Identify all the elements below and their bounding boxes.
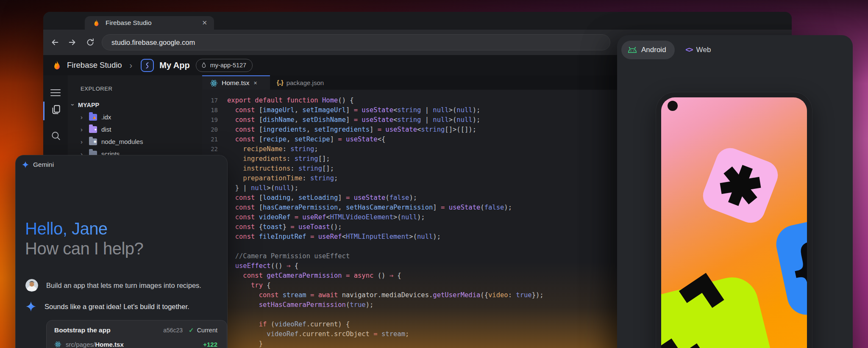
android-toggle-button[interactable]: Android: [621, 41, 675, 59]
firebase-favicon-icon: [92, 19, 100, 27]
tab-close-icon[interactable]: ×: [253, 80, 257, 86]
reload-icon[interactable]: [86, 38, 95, 47]
tree-item-node-modules[interactable]: › ✱ node_modules: [81, 135, 143, 148]
avatar-photo: [25, 279, 38, 292]
tab-package-json[interactable]: {..} package.json: [270, 75, 344, 90]
commit-hash: a56c23: [163, 327, 183, 334]
gemini-panel: Gemini Hello, Jane How can I help? Build…: [15, 155, 228, 348]
tree-root-myapp[interactable]: › MYAPP: [72, 99, 99, 111]
url-text: studio.firebase.google.com: [111, 39, 195, 47]
curly-brace-icon: {: [780, 232, 807, 304]
tree-root-label: MYAPP: [78, 102, 99, 108]
react-icon: [210, 79, 218, 87]
gemini-title: Gemini: [33, 161, 54, 168]
user-message-text: Build an app that lets me turn images in…: [46, 282, 201, 290]
browser-tab-close-icon[interactable]: ✕: [202, 19, 207, 27]
water-drop-icon: [200, 62, 207, 69]
gemini-message-text: Sounds like a great idea! Let's build it…: [45, 303, 189, 311]
workspace-pill[interactable]: my-app-5127: [196, 59, 253, 72]
check-icon: ✓: [189, 326, 194, 334]
back-icon[interactable]: [50, 38, 59, 47]
tree-item-label: node_modules: [101, 138, 143, 145]
stage: Firebase Studio ✕ studio.firebase.google…: [0, 0, 868, 348]
android-toggle-label: Android: [641, 46, 666, 54]
file-path: src/pages/Home.tsx: [66, 341, 124, 348]
tab-label: package.json: [287, 79, 324, 86]
tree-item-idx[interactable]: › ▲ .idx: [81, 111, 111, 123]
gemini-message: Sounds like a great idea! Let's build it…: [25, 301, 189, 312]
tree-item-label: dist: [101, 126, 111, 133]
chevron-down-icon: ›: [72, 101, 78, 108]
status-badge: Current: [197, 327, 217, 334]
tab-home-tsx[interactable]: Home.tsx ×: [202, 75, 270, 90]
web-toggle-label: Web: [696, 46, 711, 54]
file-name: Home.tsx: [95, 341, 124, 348]
changed-file-row[interactable]: src/pages/Home.tsx +122: [54, 341, 217, 348]
user-avatar: [25, 279, 38, 292]
android-robot-icon: [627, 47, 637, 53]
gemini-greeting: Hello, Jane How can I help?: [25, 219, 143, 259]
lime-brackets-card: [661, 272, 785, 348]
product-name[interactable]: Firebase Studio: [67, 61, 122, 70]
browser-titlebar: Firebase Studio ✕: [43, 12, 792, 30]
tree-item-label: .idx: [101, 113, 111, 121]
menu-icon[interactable]: [50, 87, 61, 98]
diff-added-count: +122: [203, 341, 217, 348]
firebase-logo-icon: [52, 60, 62, 71]
bootstrap-card-header: Bootstrap the app a56c23 ✓ Current: [54, 326, 217, 334]
forward-icon[interactable]: [68, 38, 77, 47]
breadcrumb: ›: [130, 61, 133, 70]
tab-label: Home.tsx: [222, 79, 249, 87]
active-view-indicator: [43, 102, 45, 120]
search-icon[interactable]: [50, 130, 61, 141]
gemini-spark-icon: [25, 301, 36, 312]
url-bar[interactable]: studio.firebase.google.com: [102, 34, 610, 50]
gemini-spark-icon: [22, 161, 29, 168]
workspace-id: my-app-5127: [210, 62, 246, 69]
user-message: Build an app that lets me turn images in…: [25, 279, 201, 292]
corner-brackets-icon: [661, 262, 754, 348]
greeting-name: Hello, Jane: [25, 219, 143, 239]
explorer-title: EXPLORER: [81, 86, 113, 92]
code-brackets-icon: <>: [686, 46, 693, 54]
app-name[interactable]: My App: [159, 61, 189, 70]
chevron-right-icon: ›: [81, 113, 86, 121]
dist-folder-icon: ●: [89, 126, 97, 133]
idx-folder-icon: ▲: [89, 114, 97, 121]
greeting-question: How can I help?: [25, 239, 143, 259]
spark-s-icon: [144, 62, 151, 69]
preview-panel: Android <> Web {: [617, 35, 853, 348]
explorer-files-icon[interactable]: [50, 104, 61, 115]
react-icon: [54, 341, 61, 348]
pink-asterisk-card: [699, 144, 782, 227]
bootstrap-card[interactable]: Bootstrap the app a56c23 ✓ Current src/p…: [46, 320, 227, 348]
node-modules-folder-icon: ✱: [89, 138, 97, 145]
tree-item-dist[interactable]: › ● dist: [81, 123, 111, 135]
web-toggle-button[interactable]: <> Web: [686, 46, 711, 54]
json-braces-icon: {..}: [277, 79, 283, 86]
camera-punch-hole: [668, 101, 678, 111]
bootstrap-title: Bootstrap the app: [54, 326, 163, 334]
preview-target-toggle: Android <> Web: [621, 41, 711, 59]
blue-brace-card: {: [773, 210, 807, 318]
gemini-header: Gemini: [22, 161, 54, 168]
phone-screen: {: [661, 97, 807, 348]
asterisk-icon: [713, 158, 768, 213]
browser-tab-title: Firebase Studio: [106, 19, 202, 27]
prototyper-agent-icon[interactable]: [141, 59, 154, 72]
chevron-right-icon: ›: [81, 126, 86, 133]
chevron-right-icon: ›: [81, 138, 86, 145]
android-phone-frame: {: [656, 92, 812, 348]
browser-tab[interactable]: Firebase Studio ✕: [85, 16, 214, 30]
